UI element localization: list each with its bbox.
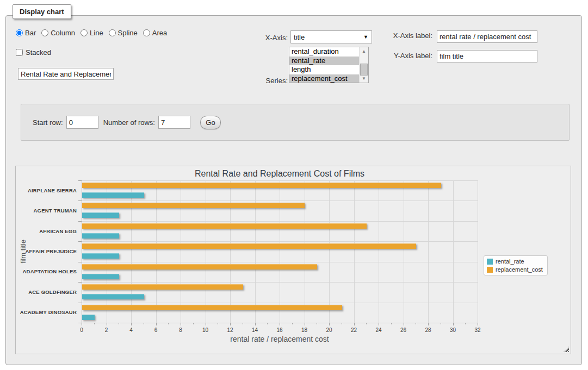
x-tick-label: 8 <box>179 327 182 333</box>
category-label: ADAPTATION HOLES <box>16 265 77 278</box>
series-listbox[interactable]: rental_durationrental_ratelengthreplacem… <box>289 47 369 83</box>
legend-item-rental_rate[interactable]: rental_rate <box>487 258 543 265</box>
x-tick-label: 32 <box>474 327 480 333</box>
v-gridline <box>131 180 132 323</box>
bar-replacement_cost[interactable] <box>82 203 305 208</box>
resize-handle-icon[interactable] <box>564 347 569 352</box>
x-tick-label: 0 <box>80 327 83 333</box>
legend-item-replacement_cost[interactable]: replacement_cost <box>487 266 543 273</box>
x-axis-select[interactable]: title ▼ <box>290 30 372 43</box>
rows-panel: Start row: Number of rows: Go <box>21 104 570 141</box>
category-label: ACADEMY DINOSAUR <box>16 306 77 319</box>
legend-label: replacement_cost <box>496 266 543 273</box>
chart-panel: Rental Rate and Replacement Cost of Film… <box>15 166 571 354</box>
radio-bar[interactable] <box>16 29 23 36</box>
legend-swatch <box>487 259 493 265</box>
x-axis-select-caption: X-Axis: <box>262 34 288 42</box>
v-gridline <box>379 180 379 323</box>
v-gridline <box>478 180 478 323</box>
num-rows-input[interactable] <box>158 116 190 129</box>
x-tick-label: 14 <box>252 327 258 333</box>
v-gridline <box>206 180 206 323</box>
series-option-rental_duration[interactable]: rental_duration <box>289 47 359 57</box>
series-option-rental_rate[interactable]: rental_rate <box>289 57 359 66</box>
v-gridline <box>305 180 305 323</box>
legend-label: rental_rate <box>496 258 524 265</box>
y-axis-label-caption: Y-Axis label: <box>389 52 432 60</box>
v-gridline <box>230 180 231 323</box>
num-rows-label: Number of rows: <box>103 118 155 127</box>
v-gridline <box>428 180 429 323</box>
series-option-replacement_cost[interactable]: replacement_cost <box>289 74 359 84</box>
radio-column-label: Column <box>51 29 75 37</box>
bar-rental_rate[interactable] <box>82 294 144 299</box>
x-tick-label: 18 <box>301 327 307 333</box>
bar-rental_rate[interactable] <box>82 212 119 218</box>
radio-column[interactable] <box>41 29 48 36</box>
x-axis-label-input[interactable] <box>437 30 537 43</box>
x-tick-label: 22 <box>351 327 357 333</box>
scrollbar-thumb[interactable] <box>360 64 368 76</box>
v-gridline <box>404 180 404 323</box>
v-gridline <box>255 180 256 323</box>
x-tick-label: 10 <box>202 327 208 333</box>
start-row-input[interactable] <box>66 116 98 129</box>
v-gridline <box>107 180 107 323</box>
radio-line-label: Line <box>90 29 103 37</box>
start-row-label: Start row: <box>33 118 63 127</box>
series-option-length[interactable]: length <box>289 65 359 74</box>
x-axis-select-value: title <box>294 33 305 41</box>
radio-area[interactable] <box>143 29 150 36</box>
stacked-label: Stacked <box>26 48 51 57</box>
bar-replacement_cost[interactable] <box>82 284 243 290</box>
scroll-up-icon[interactable]: ▲ <box>360 47 368 55</box>
x-axis-label-caption: X-Axis label: <box>389 32 432 40</box>
bar-replacement_cost[interactable] <box>82 264 317 269</box>
radio-bar-label: Bar <box>25 29 36 37</box>
v-gridline <box>354 180 355 323</box>
bar-rental_rate[interactable] <box>82 274 119 279</box>
chevron-down-icon: ▼ <box>363 34 368 40</box>
bar-replacement_cost[interactable] <box>82 183 441 188</box>
display-chart-fieldset: Display chart Bar Column Line Spline Are… <box>5 15 582 365</box>
bar-replacement_cost[interactable] <box>82 243 416 249</box>
legend-swatch <box>487 267 493 273</box>
bar-replacement_cost[interactable] <box>82 223 367 229</box>
radio-line[interactable] <box>81 29 88 36</box>
bar-rental_rate[interactable] <box>82 253 119 259</box>
v-gridline <box>280 180 280 323</box>
x-tick-label: 20 <box>326 327 332 333</box>
chart-legend: rental_ratereplacement_cost <box>484 255 548 275</box>
bar-replacement_cost[interactable] <box>82 305 342 310</box>
x-tick-label: 26 <box>400 327 406 333</box>
series-listbox-items: rental_durationrental_ratelengthreplacem… <box>289 47 359 83</box>
category-label: ACE GOLDFINGER <box>16 286 77 299</box>
y-axis-line <box>82 180 82 323</box>
fieldset-legend: Display chart <box>13 4 71 19</box>
radio-spline[interactable] <box>109 29 116 36</box>
y-axis-label-input[interactable] <box>437 50 537 62</box>
bar-rental_rate[interactable] <box>82 192 144 198</box>
scroll-down-icon[interactable]: ▼ <box>360 74 368 83</box>
series-scrollbar[interactable]: ▲ ▼ <box>359 47 368 83</box>
category-label: AGENT TRUMAN <box>16 204 77 217</box>
x-tick-label: 4 <box>129 327 133 333</box>
bar-rental_rate[interactable] <box>82 315 95 320</box>
x-axis-title: rental rate / replacement cost <box>82 335 478 343</box>
series-caption: Series: <box>262 77 288 85</box>
go-button[interactable]: Go <box>200 116 221 129</box>
category-label: AIRPLANE SIERRA <box>16 184 77 197</box>
v-gridline <box>329 180 330 323</box>
x-tick-label: 30 <box>450 327 456 333</box>
stacked-checkbox[interactable] <box>16 49 23 56</box>
bar-rental_rate[interactable] <box>82 233 119 239</box>
chart-title-input[interactable] <box>18 68 114 80</box>
v-gridline <box>181 180 181 323</box>
category-label: AFFAIR PREJUDICE <box>16 245 77 258</box>
x-tick-label: 6 <box>154 327 158 333</box>
chart-type-radio-group: Bar Column Line Spline Area <box>16 29 167 37</box>
x-tick-label: 16 <box>276 327 282 333</box>
radio-area-label: Area <box>152 29 167 37</box>
stacked-row: Stacked <box>16 48 51 57</box>
x-axis-line <box>82 323 478 323</box>
